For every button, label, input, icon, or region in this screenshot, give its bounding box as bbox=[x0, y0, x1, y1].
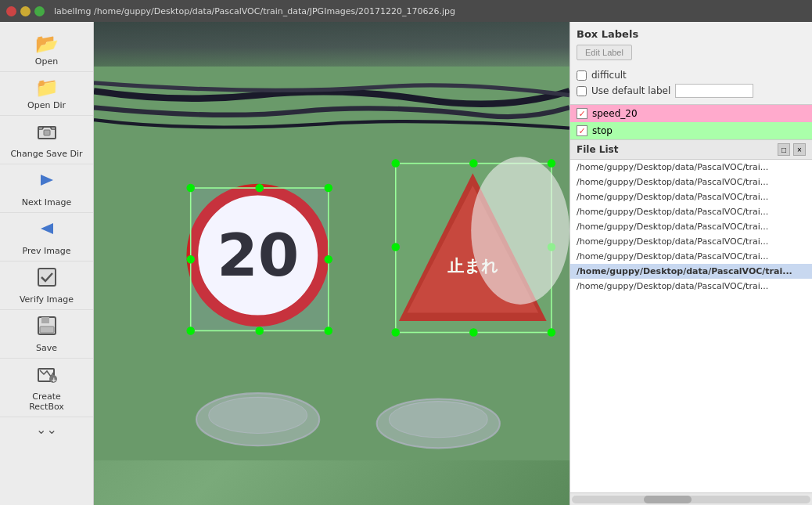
file-item-5[interactable]: /home/guppy/Desktop/data/PascalVOC/trai.… bbox=[570, 234, 812, 249]
svg-point-29 bbox=[548, 159, 555, 167]
use-default-label-label: Use default label bbox=[591, 85, 670, 96]
difficult-checkbox[interactable] bbox=[577, 70, 587, 81]
sidebar-item-prev-image[interactable]: Prev Image bbox=[0, 213, 93, 262]
content-area: 20 止まれ bbox=[94, 22, 812, 505]
scrollbar-track bbox=[572, 496, 810, 503]
file-item-0[interactable]: /home/guppy/Desktop/data/PascalVOC/trai.… bbox=[570, 160, 812, 175]
window-title: labelImg /home/guppy/Desktop/data/Pascal… bbox=[54, 6, 455, 16]
use-default-label-row: Use default label bbox=[577, 84, 806, 98]
sidebar-item-change-save-dir[interactable]: Change Save Dir bbox=[0, 116, 93, 164]
file-item-3[interactable]: /home/guppy/Desktop/data/PascalVOC/trai.… bbox=[570, 204, 812, 219]
box-labels-title: Box Labels bbox=[577, 28, 806, 40]
svg-point-28 bbox=[469, 159, 477, 167]
sidebar-item-open-dir[interactable]: 📁 Open Dir bbox=[0, 72, 93, 116]
svg-marker-24 bbox=[407, 186, 538, 312]
svg-point-30 bbox=[392, 243, 400, 251]
svg-point-32 bbox=[392, 328, 400, 336]
sidebar-item-save[interactable]: Save bbox=[0, 310, 93, 359]
sidebar-label-next-image: Next Image bbox=[22, 197, 72, 207]
svg-point-21 bbox=[256, 326, 264, 334]
sidebar-item-verify-image[interactable]: Verify Image bbox=[0, 262, 93, 310]
box-labels-section: Box Labels Edit Label difficult Use defa… bbox=[570, 22, 812, 105]
svg-point-22 bbox=[325, 326, 332, 334]
sidebar-item-open[interactable]: 📂 Open bbox=[0, 28, 93, 72]
close-button[interactable] bbox=[6, 6, 16, 16]
label-item-stop[interactable]: ✓ stop bbox=[570, 122, 812, 139]
next-image-icon bbox=[36, 169, 58, 196]
svg-point-39 bbox=[471, 157, 569, 305]
main-container: 📂 Open 📁 Open Dir Change Save Dir bbox=[0, 22, 812, 505]
svg-point-12 bbox=[192, 189, 324, 321]
difficult-row: difficult bbox=[577, 70, 806, 81]
svg-rect-14 bbox=[191, 188, 329, 330]
label-text-stop: stop bbox=[592, 125, 613, 136]
svg-text:+: + bbox=[51, 377, 56, 384]
sidebar-item-more[interactable]: ⌄⌄ bbox=[0, 417, 93, 442]
canvas-area[interactable]: 20 止まれ bbox=[94, 22, 569, 505]
sidebar-label-verify-image: Verify Image bbox=[20, 294, 74, 305]
file-list-section: File List □ × /home/guppy/Desktop/data/P… bbox=[570, 139, 812, 505]
svg-point-38 bbox=[389, 402, 487, 438]
difficult-label: difficult bbox=[591, 70, 627, 81]
window-controls[interactable] bbox=[6, 6, 45, 16]
edit-label-button[interactable]: Edit Label bbox=[577, 45, 632, 60]
svg-rect-26 bbox=[396, 164, 552, 333]
svg-rect-1 bbox=[44, 130, 50, 135]
file-item-4[interactable]: /home/guppy/Desktop/data/PascalVOC/trai.… bbox=[570, 219, 812, 234]
sidebar-label-change-save-dir: Change Save Dir bbox=[10, 149, 82, 159]
svg-point-18 bbox=[186, 255, 194, 263]
create-rectbox-icon: + bbox=[36, 363, 58, 390]
svg-marker-2 bbox=[41, 175, 53, 186]
cables-overlay bbox=[94, 22, 569, 85]
open-dir-icon: 📁 bbox=[35, 77, 59, 99]
file-item-2[interactable]: /home/guppy/Desktop/data/PascalVOC/trai.… bbox=[570, 189, 812, 204]
sidebar-item-next-image[interactable]: Next Image bbox=[0, 164, 93, 213]
scrollbar-thumb[interactable] bbox=[644, 496, 692, 503]
label-item-speed20[interactable]: ✓ speed_20 bbox=[570, 105, 812, 122]
sidebar-label-save: Save bbox=[36, 343, 57, 353]
file-list-scrollbar[interactable] bbox=[570, 492, 812, 505]
sidebar-label-create-rectbox: Create RectBox bbox=[29, 391, 64, 412]
sidebar: 📂 Open 📁 Open Dir Change Save Dir bbox=[0, 22, 94, 505]
minimize-button[interactable] bbox=[20, 6, 31, 16]
file-item-7[interactable]: /home/guppy/Desktop/data/PascalVOC/trai.… bbox=[570, 264, 812, 279]
sidebar-label-open: Open bbox=[35, 56, 58, 67]
svg-point-31 bbox=[548, 243, 555, 251]
file-item-8[interactable]: /home/guppy/Desktop/data/PascalVOC/trai.… bbox=[570, 279, 812, 294]
default-label-input[interactable] bbox=[675, 84, 753, 98]
svg-point-20 bbox=[186, 326, 194, 334]
svg-point-34 bbox=[548, 328, 555, 336]
label-checkbox-speed20[interactable]: ✓ bbox=[577, 108, 587, 119]
svg-rect-7 bbox=[40, 326, 54, 333]
svg-point-33 bbox=[469, 328, 477, 336]
verify-image-icon bbox=[36, 266, 58, 293]
right-panel: Box Labels Edit Label difficult Use defa… bbox=[569, 22, 812, 505]
file-item-1[interactable]: /home/guppy/Desktop/data/PascalVOC/trai.… bbox=[570, 175, 812, 189]
svg-marker-23 bbox=[399, 173, 547, 321]
file-list-title: File List bbox=[577, 144, 618, 155]
svg-marker-3 bbox=[41, 223, 53, 234]
maximize-button[interactable] bbox=[34, 6, 45, 16]
sidebar-label-open-dir: Open Dir bbox=[27, 100, 66, 110]
sidebar-label-prev-image: Prev Image bbox=[23, 246, 71, 256]
file-list-header: File List □ × bbox=[570, 139, 812, 160]
file-list-body[interactable]: /home/guppy/Desktop/data/PascalVOC/trai.… bbox=[570, 160, 812, 492]
file-list-expand-btn[interactable]: □ bbox=[778, 143, 790, 156]
use-default-label-checkbox[interactable] bbox=[577, 86, 587, 96]
save-icon bbox=[36, 315, 58, 341]
label-checkbox-stop[interactable]: ✓ bbox=[577, 125, 587, 136]
change-save-dir-icon bbox=[36, 121, 58, 147]
file-item-6[interactable]: /home/guppy/Desktop/data/PascalVOC/trai.… bbox=[570, 249, 812, 264]
svg-point-36 bbox=[209, 397, 307, 433]
svg-rect-4 bbox=[38, 269, 56, 286]
svg-point-27 bbox=[392, 159, 400, 167]
image-background: 20 止まれ bbox=[94, 22, 569, 505]
svg-text:20: 20 bbox=[217, 221, 299, 290]
svg-rect-6 bbox=[41, 317, 49, 323]
svg-text:止まれ: 止まれ bbox=[447, 257, 498, 276]
svg-point-17 bbox=[325, 184, 332, 192]
svg-point-15 bbox=[186, 184, 194, 192]
sidebar-item-create-rectbox[interactable]: + Create RectBox bbox=[0, 359, 93, 417]
label-text-speed20: speed_20 bbox=[592, 108, 638, 119]
file-list-close-btn[interactable]: × bbox=[793, 143, 806, 156]
